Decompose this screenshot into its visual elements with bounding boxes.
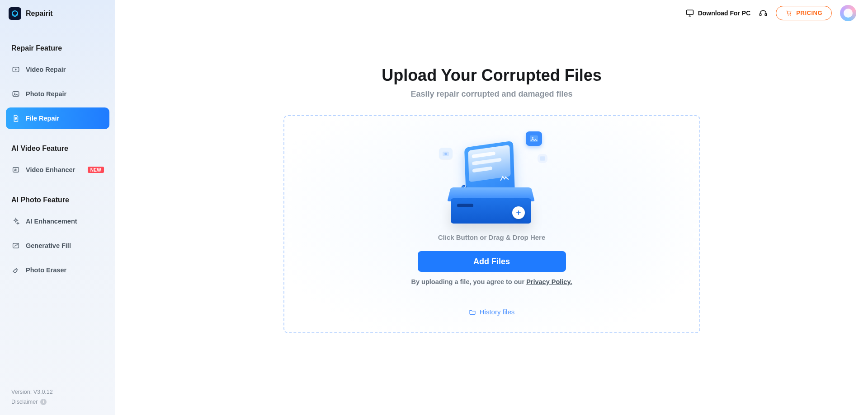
sidebar-item-label: Photo Eraser	[26, 266, 66, 274]
add-files-button[interactable]: Add Files	[418, 251, 566, 272]
svg-point-11	[790, 14, 791, 15]
page-subtitle: Easily repair corrupted and damaged file…	[115, 89, 868, 99]
sidebar-item-photo-repair[interactable]: Photo Repair	[6, 83, 109, 105]
sidebar-item-label: Video Enhancer	[26, 166, 75, 173]
sidebar-item-label: Video Repair	[26, 66, 66, 73]
sidebar: Repairit Repair Feature Video Repair Pho…	[0, 0, 115, 415]
svg-point-10	[788, 14, 789, 15]
pricing-label: PRICING	[796, 9, 822, 16]
svg-rect-7	[686, 10, 693, 14]
svg-rect-4	[13, 168, 19, 173]
main: Download For PC PRICING Upload Your Corr…	[115, 0, 868, 415]
dropzone-hint: Click Button or Drag & Drop Here	[438, 233, 546, 241]
section-title-ai-photo: AI Photo Feature	[6, 181, 109, 208]
box-icon	[451, 187, 531, 224]
svg-point-15	[532, 137, 533, 139]
sidebar-item-label: File Repair	[26, 115, 59, 122]
folder-icon	[469, 308, 476, 316]
headset-icon[interactable]	[759, 9, 768, 18]
svg-rect-16	[540, 156, 545, 160]
hero: Upload Your Corrupted Files Easily repai…	[115, 26, 868, 99]
sidebar-footer: Version: V3.0.12 Disclaimer i	[11, 387, 53, 407]
upload-illustration	[444, 129, 539, 224]
svg-rect-9	[765, 13, 766, 15]
ai-icon	[11, 165, 20, 174]
sidebar-item-video-enhancer[interactable]: Video Enhancer NEW	[6, 159, 109, 181]
disclaimer-link[interactable]: Disclaimer	[11, 397, 38, 407]
section-title-ai-video: AI Video Feature	[6, 129, 109, 156]
dropzone[interactable]: Click Button or Drag & Drop Here Add Fil…	[283, 115, 700, 333]
topbar: Download For PC PRICING	[115, 0, 868, 26]
sidebar-item-video-repair[interactable]: Video Repair	[6, 59, 109, 80]
brand-icon	[9, 7, 21, 20]
section-title-repair: Repair Feature	[6, 24, 109, 56]
sidebar-item-label: Photo Repair	[26, 90, 66, 98]
brand-name: Repairit	[26, 9, 53, 18]
image-icon	[11, 89, 20, 98]
sidebar-item-generative-fill[interactable]: Generative Fill	[6, 235, 109, 256]
sparkle-icon	[11, 217, 20, 226]
monitor-icon	[685, 9, 694, 18]
history-files-link[interactable]: History files	[469, 308, 515, 316]
sidebar-item-label: AI Enhancement	[26, 218, 77, 225]
agree-text: By uploading a file, you agree to our Pr…	[411, 278, 572, 285]
svg-point-3	[14, 93, 15, 93]
picture-icon	[526, 131, 542, 146]
thumbnail-icon	[538, 154, 547, 163]
play-icon	[11, 65, 20, 74]
svg-point-13	[444, 153, 447, 155]
info-icon: i	[40, 399, 47, 405]
svg-rect-8	[760, 13, 761, 15]
sidebar-item-photo-eraser[interactable]: Photo Eraser	[6, 259, 109, 281]
page-title: Upload Your Corrupted Files	[115, 66, 868, 85]
download-for-pc-link[interactable]: Download For PC	[685, 9, 751, 18]
file-icon	[11, 114, 20, 123]
cart-icon	[785, 9, 793, 17]
svg-point-6	[17, 244, 18, 245]
eraser-icon	[11, 266, 20, 275]
pricing-button[interactable]: PRICING	[776, 6, 832, 20]
brand[interactable]: Repairit	[6, 0, 109, 24]
history-label: History files	[480, 308, 515, 316]
user-icon	[844, 9, 853, 18]
sidebar-item-ai-enhancement[interactable]: AI Enhancement	[6, 210, 109, 232]
new-badge: NEW	[88, 167, 104, 173]
svg-rect-5	[13, 243, 19, 248]
sidebar-item-label: Generative Fill	[26, 242, 71, 249]
avatar[interactable]	[840, 5, 856, 21]
camera-icon	[439, 148, 453, 159]
sidebar-item-file-repair[interactable]: File Repair	[6, 107, 109, 129]
plus-icon	[512, 206, 525, 219]
privacy-link[interactable]: Privacy Policy.	[526, 278, 572, 285]
download-label: Download For PC	[698, 9, 751, 17]
version-text: Version: V3.0.12	[11, 387, 53, 397]
wand-icon	[11, 241, 20, 250]
